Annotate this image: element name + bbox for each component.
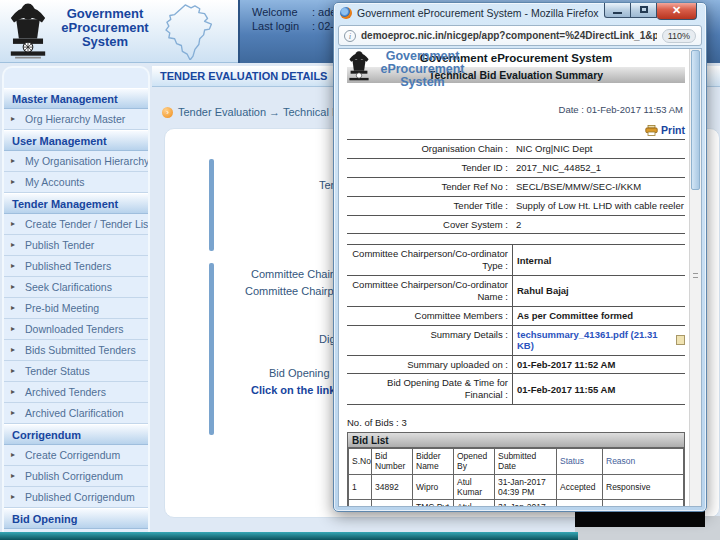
sidebar-item-publish-corrigendum[interactable]: ▸Publish Corrigendum <box>4 466 148 487</box>
sidebar-item-org-hierarchy-master[interactable]: ▸Org Hierarchy Master <box>4 109 148 130</box>
bullet-arrow-icon: ▸ <box>11 256 15 276</box>
sidebar-item-published-corrigendum[interactable]: ▸Published Corrigendum <box>4 487 148 508</box>
bullet-arrow-icon: ▸ <box>11 298 15 318</box>
bid-list-box: Bid List S.No Bid Number Bidder Name Ope… <box>347 432 685 507</box>
sidebar-item-archived-tenders[interactable]: ▸Archived Tenders <box>4 382 148 403</box>
sidebar-item-downloaded-tenders[interactable]: ▸Downloaded Tenders <box>4 319 148 340</box>
bullet-arrow-icon: ▸ <box>11 235 15 255</box>
close-button[interactable]: ✕ <box>657 3 697 20</box>
app-brand-title: Government eProcurement System <box>50 7 160 49</box>
detail-row-organisation-chain: Organisation Chain : NIC Org|NIC Dept <box>347 140 685 159</box>
popup-scrollbar[interactable] <box>689 49 701 506</box>
bullet-arrow-icon: ▸ <box>11 109 15 129</box>
committee-row-members: Committee Members : As per Committee for… <box>347 307 685 326</box>
national-emblem-logo <box>6 2 50 60</box>
window-controls: ✕ <box>604 3 697 20</box>
sidebar-section-tender-management: Tender Management <box>4 193 148 214</box>
sidebar-section-corrigendum: Corrigendum <box>4 424 148 445</box>
welcome-label: Welcome <box>252 5 312 19</box>
scrollbar-grip <box>693 273 698 278</box>
bid-list-title: Bid List <box>348 433 684 448</box>
committee-row-summary-uploaded: Summary uploaded on : 01-Feb-2017 11:52 … <box>347 356 685 375</box>
address-bar[interactable]: i demoeproc.nic.in/nicgep/app?component=… <box>338 25 702 46</box>
firefox-icon <box>340 7 352 19</box>
bullet-arrow-icon: ▸ <box>11 361 15 381</box>
firefox-popup-window: Government eProcurement System - Mozilla… <box>333 2 707 512</box>
col-bidder-name: Bidder Name <box>413 449 454 474</box>
maximize-button[interactable] <box>631 3 657 18</box>
section-accent-bar <box>209 263 214 435</box>
col-status: Status <box>557 449 603 474</box>
bottom-teal-bar <box>0 532 578 540</box>
sidebar-item-tender-status[interactable]: ▸Tender Status <box>4 361 148 382</box>
sidebar-item-create-corrigendum[interactable]: ▸Create Corrigendum <box>4 445 148 466</box>
sidebar-item-published-tenders[interactable]: ▸Published Tenders <box>4 256 148 277</box>
sidebar-section-bid-opening: Bid Opening <box>4 508 148 529</box>
committee-row-type: Committee Chairperson/Co-ordinator Type … <box>347 245 685 276</box>
committee-row-summary-details: Summary Details : techsummary_41361.pdf … <box>347 326 685 356</box>
committee-row-name: Committee Chairperson/Co-ordinator Name … <box>347 276 685 307</box>
summary-date: Date : 01-Feb-2017 11:53 AM <box>347 104 685 115</box>
bid-list-table: S.No Bid Number Bidder Name Opened By Su… <box>348 448 684 507</box>
bullet-arrow-icon: ▸ <box>11 319 15 339</box>
col-reason: Reason <box>603 449 684 474</box>
minimize-icon <box>613 12 622 14</box>
sidebar-item-publish-tender[interactable]: ▸Publish Tender <box>4 235 148 256</box>
desktop-black-bar <box>575 511 705 527</box>
detail-row-tender-title: Tender Title : Supply of Low Ht. LHD wit… <box>347 197 685 216</box>
sidebar-item-my-organisation-hierarchy[interactable]: ▸My Organisation Hierarchy <box>4 151 148 172</box>
popup-page-content: Government eProcurement System Technical… <box>338 48 702 507</box>
bullet-arrow-icon: ▸ <box>11 214 15 234</box>
print-link[interactable]: Print <box>347 124 685 136</box>
url-text[interactable]: demoeproc.nic.in/nicgep/app?component=%2… <box>361 30 657 41</box>
sidebar-item-my-accounts[interactable]: ▸My Accounts <box>4 172 148 193</box>
zoom-level-badge[interactable]: 110% <box>662 29 696 43</box>
col-opened-by: Opened By <box>454 449 495 474</box>
bullet-arrow-icon: ▸ <box>11 487 15 507</box>
printer-icon <box>645 125 658 136</box>
bullet-arrow-icon: ▸ <box>11 340 15 360</box>
bullet-arrow-icon: ▸ <box>11 403 15 423</box>
sidebar-item-seek-clarifications[interactable]: ▸Seek Clarifications <box>4 277 148 298</box>
popup-brand-title: Government eProcurement System <box>374 50 471 89</box>
sidebar-section-user-management: User Management <box>4 130 148 151</box>
bullet-arrow-icon: ▸ <box>11 445 15 465</box>
sidebar-section-master-management: Master Management <box>4 88 148 109</box>
bullet-arrow-icon: ▸ <box>11 277 15 297</box>
bullet-arrow-icon: ▸ <box>11 151 15 171</box>
scrollbar-thumb[interactable] <box>691 50 700 190</box>
bullet-arrow-icon: ▸ <box>11 466 15 486</box>
close-icon: ✕ <box>672 4 681 16</box>
col-submitted-date: Submitted Date <box>495 449 557 474</box>
bid-table-header-row: S.No Bid Number Bidder Name Opened By Su… <box>349 449 684 474</box>
sidebar-nav: Master Management ▸Org Hierarchy Master … <box>2 66 150 540</box>
minimize-button[interactable] <box>604 3 631 18</box>
india-map-outline <box>162 2 224 60</box>
detail-row-tender-ref-no: Tender Ref No : SECL/BSE/MMW/SEC-I/KKM <box>347 178 685 197</box>
col-sno: S.No <box>349 449 372 474</box>
detail-row-tender-id: Tender ID : 2017_NIC_44852_1 <box>347 159 685 178</box>
sidebar-item-bids-submitted-tenders[interactable]: ▸Bids Submitted Tenders <box>4 340 148 361</box>
window-title: Government eProcurement System - Mozilla… <box>357 7 599 19</box>
popup-brand-logo: Government eProcurement System <box>347 50 471 89</box>
maximize-icon <box>640 6 648 13</box>
national-emblem-icon <box>347 50 371 83</box>
info-icon[interactable]: i <box>344 30 356 42</box>
section-accent-bar <box>209 159 214 251</box>
col-bid-number: Bid Number <box>372 449 413 474</box>
bullet-arrow-icon: ▸ <box>11 172 15 192</box>
committee-details-table: Committee Chairperson/Co-ordinator Type … <box>347 244 685 405</box>
attachment-icon[interactable] <box>676 335 685 345</box>
summary-pdf-link[interactable]: techsummary_41361.pdf (21.31 KB) <box>517 329 672 352</box>
tender-details-table: Organisation Chain : NIC Org|NIC Dept Te… <box>347 139 685 234</box>
bid-row-1: 1 34892 Wipro Atul Kumar 31-Jan-2017 04:… <box>349 474 684 499</box>
sidebar-item-archived-clarification[interactable]: ▸Archived Clarification <box>4 403 148 424</box>
last-login-label: Last login <box>252 19 312 33</box>
committee-row-bid-opening-financial: Bid Opening Date & Time for Financial : … <box>347 374 685 405</box>
detail-row-cover-system: Cover System : 2 <box>347 216 685 235</box>
sidebar-item-create-tender[interactable]: ▸Create Tender / Tender List <box>4 214 148 235</box>
breadcrumb-bullet-icon: › <box>162 107 173 118</box>
sidebar-item-pre-bid-meeting[interactable]: ▸Pre-bid Meeting <box>4 298 148 319</box>
bid-row-2: 2 34895 TMC Pvt Ltd Atul Kumar 31-Jan-20… <box>349 499 684 507</box>
summary-header: Government eProcurement System Technical… <box>347 52 685 115</box>
